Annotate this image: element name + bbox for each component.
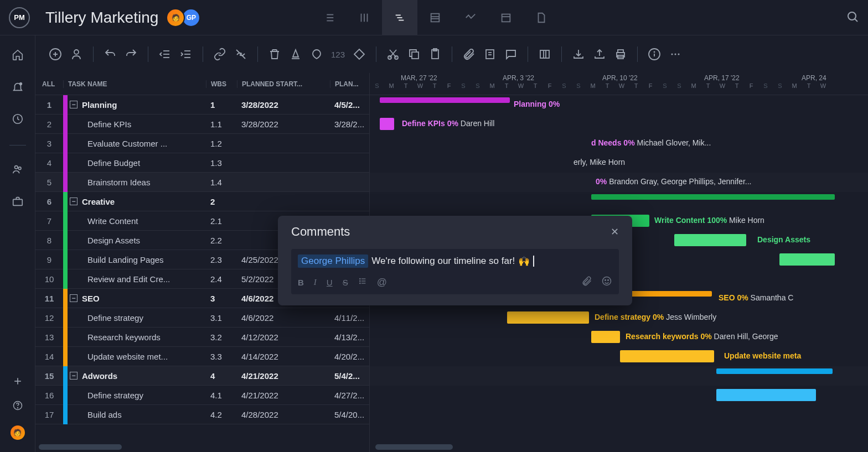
col-all[interactable]: ALL: [35, 80, 63, 88]
strike-icon[interactable]: S: [343, 278, 348, 287]
view-list-icon[interactable]: [311, 0, 347, 35]
collapse-icon[interactable]: −: [70, 198, 78, 205]
clock-icon[interactable]: [12, 113, 24, 127]
col-plan[interactable]: PLAN...: [330, 80, 369, 88]
paste-icon[interactable]: [428, 48, 442, 61]
briefcase-icon[interactable]: [12, 195, 24, 210]
gantt-bar[interactable]: [591, 331, 620, 343]
view-file-icon[interactable]: [524, 0, 559, 35]
columns-icon[interactable]: [538, 48, 551, 61]
home-icon[interactable]: [12, 49, 24, 63]
gantt-bar[interactable]: [674, 234, 746, 246]
unlink-icon[interactable]: [234, 48, 247, 61]
cut-icon[interactable]: [386, 48, 400, 61]
gantt-row[interactable]: 0% Brandon Gray, George Phillips, Jennif…: [370, 173, 868, 192]
diamond-icon[interactable]: [353, 48, 366, 61]
undo-icon[interactable]: [104, 48, 117, 61]
indent-icon[interactable]: [179, 48, 193, 61]
export-icon[interactable]: [593, 48, 606, 61]
view-sheet-icon[interactable]: [417, 0, 453, 35]
col-wbs[interactable]: WBS: [206, 80, 237, 88]
gantt-row[interactable]: [370, 386, 868, 405]
col-start[interactable]: PLANNED START...: [237, 80, 330, 88]
person-icon[interactable]: [70, 48, 83, 61]
gantt-bar[interactable]: [591, 194, 835, 200]
text-color-icon[interactable]: [289, 48, 302, 61]
gantt-row[interactable]: Research keywords 0% Daren Hill, George: [370, 328, 868, 347]
view-board-icon[interactable]: [347, 0, 382, 35]
emoji-icon[interactable]: [601, 276, 612, 289]
task-row[interactable]: 15 −Adwords 4 4/21/2022 5/4/2...: [35, 366, 369, 386]
more-icon[interactable]: [669, 48, 682, 61]
gantt-bar[interactable]: [507, 311, 589, 324]
gantt-bar[interactable]: [779, 253, 835, 266]
team-icon[interactable]: [12, 163, 24, 178]
task-row[interactable]: 17 Build ads 4.2 4/28/2022 5/4/20...: [35, 405, 369, 424]
gantt-row[interactable]: erly, Mike Horn: [370, 153, 868, 173]
bell-icon[interactable]: [12, 81, 24, 95]
at-icon[interactable]: @: [377, 277, 387, 288]
gantt-row[interactable]: Update website meta: [370, 347, 868, 366]
task-row[interactable]: 1 −Planning 1 3/28/2022 4/5/2...: [35, 95, 369, 115]
col-task[interactable]: TASK NAME: [63, 80, 206, 88]
list-bullet-icon[interactable]: [358, 277, 367, 288]
gantt-row[interactable]: Define strategy 0% Jess Wimberly: [370, 308, 868, 328]
task-row[interactable]: 13 Research keywords 3.2 4/12/2022 4/13/…: [35, 328, 369, 347]
gantt-bar[interactable]: [380, 97, 510, 103]
italic-icon[interactable]: I: [314, 278, 317, 287]
print-icon[interactable]: [614, 48, 627, 61]
task-row[interactable]: 3 Evaluate Customer ... 1.2: [35, 134, 369, 153]
gantt-bar[interactable]: [380, 118, 394, 130]
gantt-row[interactable]: d Needs 0% Michael Glover, Mik...: [370, 134, 868, 153]
gantt-row[interactable]: Planning 0%: [370, 95, 868, 115]
paint-icon[interactable]: [310, 48, 323, 61]
gantt-scrollbar[interactable]: [375, 444, 453, 450]
gantt-row[interactable]: Define KPIs 0% Daren Hill: [370, 115, 868, 134]
collapse-icon[interactable]: −: [70, 101, 78, 108]
gantt-bar[interactable]: [716, 389, 816, 401]
trash-icon[interactable]: [268, 48, 281, 61]
collapse-icon[interactable]: −: [70, 372, 78, 380]
task-row[interactable]: 5 Brainstorm Ideas 1.4: [35, 173, 369, 192]
view-gantt-icon[interactable]: [382, 0, 417, 35]
mention-chip[interactable]: George Phillips: [298, 254, 368, 268]
gantt-row[interactable]: [370, 405, 868, 424]
app-logo[interactable]: PM: [9, 7, 30, 28]
info-icon[interactable]: [648, 48, 661, 61]
view-calendar-icon[interactable]: [488, 0, 524, 35]
profile-avatar[interactable]: 🧑: [9, 424, 26, 441]
import-icon[interactable]: [572, 48, 585, 61]
chat-icon[interactable]: [504, 48, 518, 61]
plus-icon[interactable]: [12, 376, 23, 389]
redo-icon[interactable]: [125, 48, 138, 61]
link-icon[interactable]: [213, 48, 226, 61]
task-row[interactable]: 14 Update website met... 3.3 4/14/2022 4…: [35, 347, 369, 366]
view-dashboard-icon[interactable]: [453, 0, 488, 35]
attach-file-icon[interactable]: [581, 276, 592, 289]
attachment-icon[interactable]: [462, 48, 476, 61]
bold-icon[interactable]: B: [298, 278, 304, 287]
comment-input[interactable]: George Phillips We're following our time…: [291, 249, 619, 294]
task-row[interactable]: 2 Define KPIs 1.1 3/28/2022 3/28/2...: [35, 115, 369, 134]
task-row[interactable]: 16 Define strategy 4.1 4/21/2022 4/27/2.…: [35, 386, 369, 405]
gantt-row[interactable]: [370, 192, 868, 211]
help-icon[interactable]: [12, 400, 23, 413]
avatar-group[interactable]: 🧑 GP: [169, 8, 200, 27]
grid-scrollbar[interactable]: [39, 444, 122, 450]
underline-icon[interactable]: U: [327, 278, 333, 287]
outdent-icon[interactable]: [158, 48, 172, 61]
copy-icon[interactable]: [407, 48, 421, 61]
search-icon[interactable]: [846, 10, 859, 25]
note-icon[interactable]: [483, 48, 497, 61]
task-row[interactable]: 12 Define strategy 3.1 4/6/2022 4/11/2..…: [35, 308, 369, 328]
avatar-user-1[interactable]: 🧑: [166, 8, 185, 27]
number-label[interactable]: 123: [331, 50, 345, 59]
task-row[interactable]: 6 −Creative 2: [35, 192, 369, 211]
collapse-icon[interactable]: −: [70, 294, 78, 302]
gantt-bar[interactable]: [716, 368, 833, 374]
gantt-bar[interactable]: [620, 350, 714, 362]
task-row[interactable]: 4 Define Budget 1.3: [35, 153, 369, 173]
close-icon[interactable]: ✕: [611, 226, 619, 238]
gantt-row[interactable]: [370, 366, 868, 386]
add-circle-icon[interactable]: [49, 48, 62, 61]
